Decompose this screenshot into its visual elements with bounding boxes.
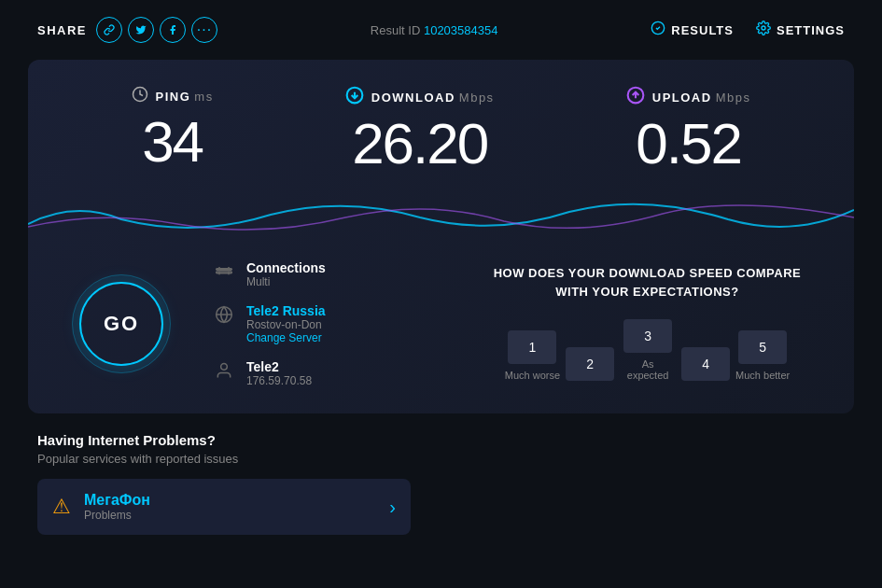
connections-icon bbox=[215, 262, 235, 286]
warning-icon: ⚠ bbox=[52, 495, 71, 519]
service-status: Problems bbox=[84, 509, 376, 522]
card-bottom: GO Connections M bbox=[65, 238, 817, 413]
download-metric: DOWNLOADMbps 26.20 bbox=[345, 86, 495, 173]
svg-rect-8 bbox=[217, 272, 232, 273]
survey-btn-5[interactable]: 5 bbox=[738, 330, 787, 364]
share-section: SHARE ··· bbox=[37, 17, 217, 43]
internet-problems-section: Having Internet Problems? Popular servic… bbox=[28, 432, 854, 535]
survey-section: HOW DOES YOUR DOWNLOAD SPEED COMPAREWITH… bbox=[478, 260, 817, 387]
upload-label: UPLOADMbps bbox=[652, 91, 751, 105]
speed-card: PINGms 34 DOWNLOADMbps 26.20 bbox=[28, 60, 854, 413]
svg-point-1 bbox=[762, 26, 765, 30]
survey-group-5: 5 Much better bbox=[735, 330, 790, 381]
go-button[interactable]: GO bbox=[79, 282, 163, 366]
isp-name: Tele2 Russia bbox=[246, 303, 326, 318]
survey-btn-1[interactable]: 1 bbox=[508, 330, 556, 364]
globe-icon bbox=[215, 305, 235, 329]
connections-label: Connections bbox=[246, 260, 326, 275]
service-name: МегаФон bbox=[84, 492, 376, 509]
survey-buttons: 1 Much worse 2 3 As expected 4 5 Much be… bbox=[505, 319, 790, 381]
survey-btn-4[interactable]: 4 bbox=[681, 347, 730, 381]
link-share-button[interactable] bbox=[96, 17, 122, 43]
survey-group-3: 3 As expected bbox=[620, 319, 676, 381]
speed-wave bbox=[28, 191, 854, 238]
check-circle-icon bbox=[651, 21, 665, 39]
isp-row: Tele2 Russia Rostov-on-Don Change Server bbox=[215, 303, 441, 344]
survey-group-1: 1 Much worse bbox=[505, 330, 560, 381]
right-nav: RESULTS SETTINGS bbox=[651, 21, 845, 39]
server-info: Connections Multi Tele2 Russia Rostov-on… bbox=[215, 260, 441, 387]
result-id-section: Result ID 10203584354 bbox=[371, 23, 498, 37]
top-bar: SHARE ··· Result bbox=[0, 0, 882, 60]
speed-metrics-row: PINGms 34 DOWNLOADMbps 26.20 bbox=[65, 86, 817, 173]
twitter-share-button[interactable] bbox=[128, 17, 154, 43]
ping-label: PINGms bbox=[156, 90, 214, 104]
results-nav-button[interactable]: RESULTS bbox=[651, 21, 734, 39]
connections-row: Connections Multi bbox=[215, 260, 441, 288]
user-row: Tele2 176.59.70.58 bbox=[215, 359, 441, 387]
go-label: GO bbox=[104, 312, 139, 336]
settings-nav-button[interactable]: SETTINGS bbox=[756, 21, 845, 39]
upload-icon bbox=[626, 86, 645, 109]
problems-title: Having Internet Problems? bbox=[37, 432, 845, 448]
survey-btn-2[interactable]: 2 bbox=[566, 347, 614, 381]
connections-type: Multi bbox=[246, 275, 326, 288]
problems-subtitle: Popular services with reported issues bbox=[37, 452, 845, 466]
service-info: МегаФон Problems bbox=[84, 492, 376, 522]
ping-icon bbox=[132, 86, 148, 107]
change-server-button[interactable]: Change Server bbox=[246, 331, 326, 344]
chevron-right-icon: › bbox=[389, 497, 396, 518]
upload-value: 0.52 bbox=[626, 115, 751, 173]
go-section: GO bbox=[65, 260, 177, 387]
share-icons: ··· bbox=[96, 17, 217, 43]
isp-location: Rostov-on-Don bbox=[246, 318, 326, 331]
user-label: Tele2 bbox=[246, 359, 312, 374]
result-id-link[interactable]: 10203584354 bbox=[424, 23, 498, 37]
download-label: DOWNLOADMbps bbox=[371, 91, 495, 105]
ping-value: 34 bbox=[132, 113, 214, 171]
gear-icon bbox=[756, 21, 771, 39]
download-icon bbox=[345, 86, 364, 109]
user-ip: 176.59.70.58 bbox=[246, 374, 312, 387]
survey-group-4: 4 bbox=[681, 347, 730, 381]
survey-btn-3[interactable]: 3 bbox=[623, 319, 672, 353]
download-value: 26.20 bbox=[345, 115, 495, 173]
survey-label-1: Much worse bbox=[505, 370, 560, 381]
service-megafon-item[interactable]: ⚠ МегаФон Problems › bbox=[37, 479, 411, 535]
user-icon bbox=[215, 361, 235, 385]
svg-point-15 bbox=[221, 364, 228, 371]
survey-label-5: Much better bbox=[735, 370, 790, 381]
page-bottom: Having Internet Problems? Popular servic… bbox=[0, 413, 882, 535]
survey-label-3: As expected bbox=[620, 358, 676, 381]
upload-metric: UPLOADMbps 0.52 bbox=[626, 86, 751, 173]
survey-title: HOW DOES YOUR DOWNLOAD SPEED COMPAREWITH… bbox=[494, 264, 802, 301]
facebook-share-button[interactable] bbox=[160, 17, 186, 43]
share-label: SHARE bbox=[37, 23, 87, 37]
ping-metric: PINGms 34 bbox=[132, 86, 214, 171]
survey-group-2: 2 bbox=[566, 347, 614, 381]
more-share-button[interactable]: ··· bbox=[191, 17, 217, 43]
svg-rect-7 bbox=[217, 269, 232, 271]
